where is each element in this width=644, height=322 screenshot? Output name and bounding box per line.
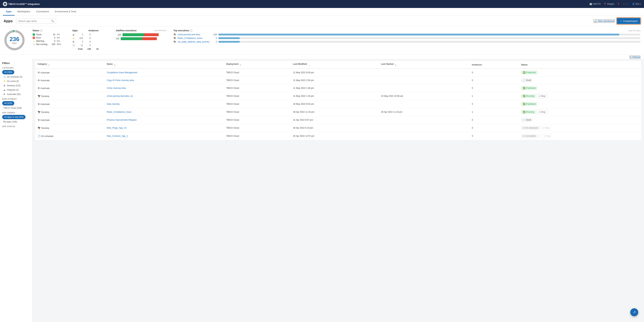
schedule-filter-icon: 🕐 — [3, 76, 6, 78]
app-owner-all-tag[interactable]: All apps in org (328) — [2, 115, 26, 119]
user-item[interactable]: 👤 Eric L — [632, 3, 641, 5]
stop-button-3[interactable]: ⊙ Stop — [537, 94, 548, 98]
category-icon-0: ⚙ — [38, 71, 40, 74]
ai-schedule-apps: 11 — [78, 44, 83, 47]
cell-status-4: ✅ Published — [519, 100, 641, 108]
status-warning-row: ⚠ Warning 0 0% — [32, 40, 65, 42]
search-box[interactable]: 🔍 — [16, 19, 56, 24]
apps-table: Category ▲▼ Name ▲▼ Deployment ▲▼ Last M… — [36, 61, 641, 140]
logo-text: TIBCO CLOUD™ Integration — [8, 3, 40, 6]
good-icon: ✓ — [32, 33, 35, 36]
cell-deployment-7: TIBCO Cloud — [224, 124, 291, 132]
subnav-apps[interactable]: Apps — [3, 8, 15, 16]
status-info-icon[interactable]: i — [40, 29, 42, 32]
subnav-marketplace[interactable]: Marketplace — [15, 8, 33, 16]
cell-deployment-1: TIBCO Cloud — [224, 77, 291, 84]
category-icon-2: ⚙ — [38, 87, 40, 90]
filter-automate[interactable]: ⚙ Automate (93) — [2, 92, 30, 96]
status-badge-4: ✅ Published — [521, 102, 538, 106]
app-name-link-0[interactable]: Compliance Issue Management — [107, 71, 137, 74]
good-label: Good — [36, 33, 49, 36]
filter-on-event[interactable]: ⚡ On event (5) — [2, 79, 30, 83]
help-item[interactable]: ❓ — [617, 3, 620, 5]
je-total-bar-track — [121, 37, 157, 40]
filter-tibco-cloud[interactable]: TIBCO Cloud (328) — [2, 106, 30, 110]
cell-name-0: Compliance Issue Management — [104, 69, 224, 77]
app-name-link-2[interactable]: Crime Journey eliou — [107, 87, 126, 89]
good-pct: 4% — [57, 33, 60, 36]
filter-on-schedule[interactable]: 🕐 On schedule (5) — [2, 75, 30, 79]
cell-name-2: Crime Journey eliou — [104, 84, 224, 92]
create-import-button[interactable]: ＋ Create/Import — [617, 18, 640, 24]
main-content: Filters Category All (328) 🕐 On schedule… — [0, 59, 644, 322]
te-name-2[interactable]: Raise_Compliance_Issue — [178, 37, 210, 40]
error-label: Error — [36, 37, 49, 39]
status-error-row: ✗ Error 0 0% — [32, 37, 65, 39]
subnav-connections[interactable]: Connections — [33, 8, 52, 16]
category-icon-7: 🦅 — [38, 126, 41, 129]
status-badge-7: ⊘ Not deployed — [521, 126, 540, 130]
filter-my-apps[interactable]: My apps (106) — [2, 120, 30, 124]
status-good-row: ✓ Good 10 4% — [32, 33, 65, 36]
cell-last-modified-5: 29 Apr 2022 11:10 pm — [291, 108, 379, 116]
row-menu-icon-8[interactable]: ⋮ — [538, 135, 540, 137]
filters-title: Filters — [2, 62, 30, 65]
te-count-2: 2 — [212, 37, 217, 40]
cell-last-started-7 — [379, 124, 470, 132]
cell-instances-5: 1 — [470, 108, 519, 116]
te-bar-fill-1 — [218, 34, 619, 36]
app-name-link-3[interactable]: crime-journey-test-eliou — [107, 95, 130, 97]
cell-category-8: 🕐 On schedule — [36, 132, 104, 140]
te-name-3[interactable]: car_plate_detector_data_journey — [178, 41, 210, 43]
app-name-link-4[interactable]: Data Journey — [107, 103, 120, 105]
cell-deployment-0: TIBCO Cloud — [224, 69, 291, 77]
stop-button-8[interactable]: ⊙ Stop — [542, 134, 552, 138]
refresh-button[interactable]: ↻ Refresh — [630, 56, 640, 59]
status-not-running-row: ⊘ Not running 226 96% — [32, 43, 65, 46]
category-all-tag[interactable]: All (328) — [2, 70, 14, 74]
col-name[interactable]: Name ▲▼ — [104, 61, 224, 69]
nav-left: TIBCO CLOUD™ Integration — [3, 2, 40, 6]
col-category[interactable]: Category ▲▼ — [36, 61, 104, 69]
col-last-modified[interactable]: Last Modified ▲▼ — [291, 61, 379, 69]
deployment-all-tag[interactable]: All (328) — [2, 101, 14, 106]
org-item[interactable]: 🏢 OOCTO — [590, 3, 601, 5]
sidebar: Filters Category All (328) 🕐 On schedule… — [0, 59, 32, 322]
app-name-link-6[interactable]: Process Improvement Request — [107, 119, 136, 121]
grid-item[interactable]: ⋮⋮⋮ — [623, 3, 629, 5]
not-running-icon: ⊘ — [32, 43, 35, 46]
hide-dashboard-button[interactable]: 📊 Hide dashboard — [594, 19, 615, 23]
search-input[interactable] — [18, 20, 50, 23]
stop-button-5[interactable]: ⊙ Stop — [537, 110, 548, 114]
category-icon-4: ⚙ — [38, 103, 40, 106]
region-item[interactable]: 📍 Oregon — [604, 3, 614, 5]
sub-nav: Apps Marketplace Connections Environment… — [0, 8, 644, 16]
user-icon: 👤 — [632, 3, 635, 5]
cell-category-0: ⚙ Automate — [36, 69, 104, 77]
app-name-link-7[interactable]: New_Flogo_App_15 — [107, 127, 126, 129]
app-name-link-1[interactable]: Copy of Crime Journey eliou — [107, 79, 134, 82]
col-last-started[interactable]: Last Started ▲▼ — [379, 61, 470, 69]
plus-icon: ＋ — [620, 19, 622, 23]
cell-category-1: ⚙ Automate — [36, 77, 104, 84]
stop-button-7[interactable]: ⊙ Stop — [540, 126, 551, 130]
status-badge-8: ⊘ Incomplete — [521, 134, 538, 138]
col-deployment[interactable]: Deployment ▲▼ — [224, 61, 291, 69]
te-info-icon[interactable]: i — [190, 29, 192, 32]
event-filter-icon: ⚡ — [3, 80, 6, 83]
filter-develop[interactable]: 🖥 Develop (223) — [2, 84, 30, 87]
te-name-1[interactable]: crime-journey-test-eliou — [178, 33, 210, 36]
ai-event-row: ⚡ 221 6 — [72, 37, 108, 40]
org-name: OOCTO — [593, 3, 601, 5]
filter-integrate[interactable]: ☁ Integrate (2) — [2, 88, 30, 92]
cloud-icon: ☁ — [72, 33, 76, 36]
cell-category-2: ⚙ Automate — [36, 84, 104, 92]
cell-last-modified-4: 10 May 2022 8:54 am — [291, 100, 379, 108]
subnav-env-tools[interactable]: Environment & Tools — [52, 8, 79, 16]
app-name-link-8[interactable]: New_Connect_App_1 — [107, 135, 128, 137]
status-title: Status i — [32, 29, 65, 32]
je-total-row: 168 — [116, 37, 166, 40]
app-name-link-5[interactable]: Raise_Compliance_Issue — [107, 111, 131, 113]
fab-button[interactable]: ↗ — [630, 308, 638, 316]
automate-filter-icon: ⚙ — [3, 93, 6, 96]
